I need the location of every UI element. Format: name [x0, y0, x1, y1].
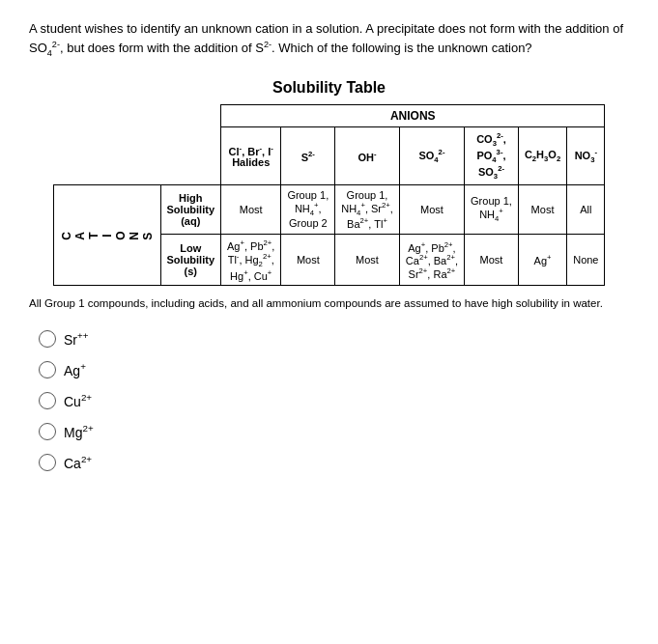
hs-carbonate: Group 1,NH4+	[465, 184, 519, 235]
ls-sulfide: Most	[281, 235, 335, 286]
solubility-table-wrapper: ANIONS Cl-, Br-, I-Halides S2- OH- SO42-…	[29, 104, 629, 286]
ls-hydroxide: Most	[335, 235, 400, 286]
radio-ca[interactable]	[39, 454, 56, 471]
col-header-acetate: C2H3O2	[518, 127, 566, 185]
hs-hydroxide: Group 1,NH4+, Sr2+,Ba2+, Tl+	[335, 184, 400, 235]
radio-ag[interactable]	[39, 361, 56, 378]
answer-options: Sr++ Ag+ Cu2+ Mg2+ Ca2+	[39, 330, 629, 471]
option-cu-label: Cu2+	[64, 392, 92, 409]
high-solubility-label: HighSolubility(aq)	[160, 184, 221, 235]
hs-nitrate: All	[567, 184, 605, 235]
table-title: Solubility Table	[29, 79, 629, 97]
radio-sr[interactable]	[39, 330, 56, 348]
col-header-carbonate: CO32-,PO43-,SO32-	[465, 127, 519, 185]
radio-cu[interactable]	[39, 392, 56, 409]
option-sr-label: Sr++	[64, 330, 88, 348]
anions-header: ANIONS	[221, 105, 605, 127]
option-ag-label: Ag+	[64, 361, 86, 378]
cations-label: CATIONS	[53, 184, 160, 286]
ls-sulfate: Ag+, Pb2+,Ca2+, Ba2+,Sr2+, Ra2+	[399, 235, 464, 286]
hs-sulfide: Group 1,NH4+,Group 2	[281, 184, 335, 235]
ls-nitrate: None	[567, 235, 605, 286]
hs-sulfate: Most	[399, 184, 464, 235]
option-ca[interactable]: Ca2+	[39, 454, 629, 471]
low-solubility-label: LowSolubility(s)	[160, 235, 221, 286]
table-note: All Group 1 compounds, including acids, …	[29, 295, 629, 312]
ls-acetate: Ag+	[518, 235, 566, 286]
ls-carbonate: Most	[465, 235, 519, 286]
col-header-nitrate: NO3-	[567, 127, 605, 185]
option-ca-label: Ca2+	[64, 454, 92, 471]
radio-mg[interactable]	[39, 423, 56, 440]
question-text: A student wishes to identify an unknown …	[29, 19, 629, 60]
col-header-hydroxide: OH-	[335, 127, 400, 185]
solubility-table: ANIONS Cl-, Br-, I-Halides S2- OH- SO42-…	[53, 104, 606, 286]
option-ag[interactable]: Ag+	[39, 361, 629, 378]
option-sr[interactable]: Sr++	[39, 330, 629, 348]
option-mg-label: Mg2+	[64, 423, 94, 440]
ls-halides: Ag+, Pb2+,Tl-, Hg22+,Hg+, Cu+	[221, 235, 281, 286]
option-cu[interactable]: Cu2+	[39, 392, 629, 409]
hs-halides: Most	[221, 184, 281, 235]
col-header-halides: Cl-, Br-, I-Halides	[221, 127, 281, 185]
hs-acetate: Most	[518, 184, 566, 235]
col-header-sulfate: SO42-	[399, 127, 464, 185]
col-header-sulfide: S2-	[281, 127, 335, 185]
option-mg[interactable]: Mg2+	[39, 423, 629, 440]
